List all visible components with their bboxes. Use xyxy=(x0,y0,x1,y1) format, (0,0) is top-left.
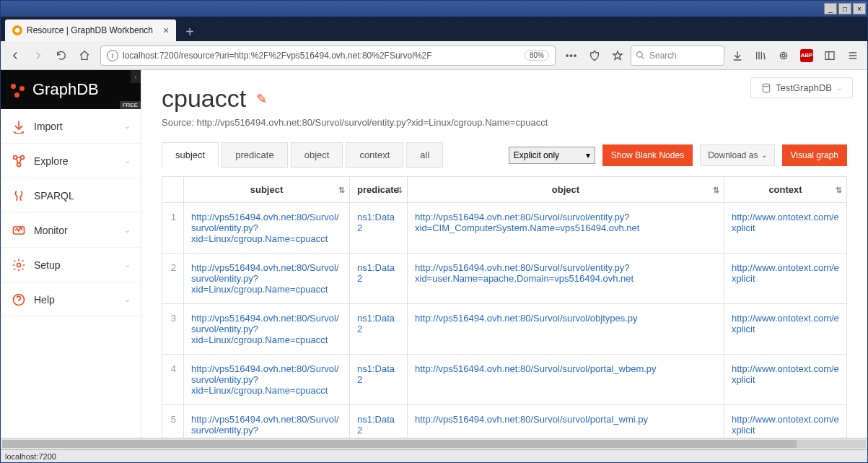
home-button[interactable] xyxy=(74,46,95,66)
tab-object[interactable]: object xyxy=(291,142,343,168)
search-bar[interactable]: Search xyxy=(631,46,724,66)
zoom-level[interactable]: 80% xyxy=(525,50,549,61)
th-index xyxy=(162,177,184,203)
tab-subject[interactable]: subject xyxy=(162,142,219,168)
cell-predicate: ns1:Data2 xyxy=(350,203,408,254)
context-link[interactable]: http://www.ontotext.com/explicit xyxy=(732,262,839,284)
forward-button[interactable] xyxy=(28,46,48,66)
site-info-icon[interactable]: i xyxy=(107,50,118,61)
help-icon xyxy=(11,292,27,308)
context-link[interactable]: http://www.ontotext.com/explicit xyxy=(732,313,839,334)
context-link[interactable]: http://www.ontotext.com/explicit xyxy=(732,363,839,385)
reload-button[interactable] xyxy=(51,46,71,66)
browser-window: _ □ × Resource | GraphDB Workbench × + i… xyxy=(0,0,868,463)
page-actions-icon[interactable]: ••• xyxy=(561,46,582,66)
cell-object: http://vps516494.ovh.net:80/Survol/survo… xyxy=(408,405,724,438)
cell-predicate: ns1:Data2 xyxy=(350,355,408,405)
horizontal-scrollbar[interactable] xyxy=(1,438,867,449)
predicate-link[interactable]: ns1:Data2 xyxy=(357,363,395,385)
chevron-down-icon: ⌄ xyxy=(761,151,767,159)
results-table: subject⇅ predicate⇅ object⇅ context⇅ 1ht… xyxy=(162,176,847,438)
new-tab-button[interactable]: + xyxy=(180,22,199,41)
download-as-button[interactable]: Download as ⌄ xyxy=(700,144,774,166)
sidebar-item-label: SPARQL xyxy=(34,190,74,202)
sort-icon: ⇅ xyxy=(396,185,403,194)
app-body: GraphDB FREE ‹ Import ⌄ Explore ⌄ SPARQL… xyxy=(1,70,867,438)
predicate-link[interactable]: ns1:Data2 xyxy=(357,212,395,233)
tab-close-icon[interactable]: × xyxy=(163,25,169,36)
th-object[interactable]: object⇅ xyxy=(408,177,724,203)
th-subject[interactable]: subject⇅ xyxy=(184,177,350,203)
downloads-icon[interactable] xyxy=(727,46,748,66)
th-context[interactable]: context⇅ xyxy=(724,177,847,203)
object-link[interactable]: http://vps516494.ovh.net:80/Survol/survo… xyxy=(415,262,634,284)
subject-link[interactable]: http://vps516494.ovh.net:80/Survol/survo… xyxy=(191,212,339,244)
cell-subject: http://vps516494.ovh.net:80/Survol/survo… xyxy=(184,405,350,438)
library-icon[interactable] xyxy=(750,46,771,66)
predicate-link[interactable]: ns1:Data2 xyxy=(357,262,395,284)
show-blank-nodes-button[interactable]: Show Blank Nodes xyxy=(602,144,693,166)
repository-selector[interactable]: TestGraphDB ⌄ xyxy=(750,77,853,98)
subject-link[interactable]: http://vps516494.ovh.net:80/Survol/survo… xyxy=(191,313,339,345)
cell-subject: http://vps516494.ovh.net:80/Survol/survo… xyxy=(184,355,350,405)
adblock-icon[interactable]: ABP xyxy=(797,46,817,66)
back-button[interactable] xyxy=(5,46,25,66)
brand-logo[interactable]: GraphDB FREE ‹ xyxy=(1,70,141,109)
row-index: 2 xyxy=(162,254,184,304)
close-window-button[interactable]: × xyxy=(853,3,866,14)
context-link[interactable]: http://www.ontotext.com/explicit xyxy=(732,212,839,233)
cell-predicate: ns1:Data2 xyxy=(350,405,408,438)
browser-tab[interactable]: Resource | GraphDB Workbench × xyxy=(5,20,176,41)
tab-all[interactable]: all xyxy=(406,142,443,168)
bookmark-star-icon[interactable] xyxy=(608,46,628,66)
sidebar-icon[interactable] xyxy=(820,46,840,66)
browser-tabstrip: Resource | GraphDB Workbench × + xyxy=(1,17,867,41)
explicit-select[interactable]: Explicit only ▾ xyxy=(509,147,595,164)
resource-name: cpuacct xyxy=(162,85,246,113)
extension-icon[interactable] xyxy=(773,46,794,66)
visual-graph-button[interactable]: Visual graph xyxy=(782,144,848,166)
free-badge: FREE xyxy=(120,101,141,109)
subject-link[interactable]: http://vps516494.ovh.net:80/Survol/survo… xyxy=(191,363,339,396)
sidebar-item-sparql[interactable]: SPARQL xyxy=(1,178,141,213)
tab-context[interactable]: context xyxy=(346,142,403,168)
sidebar-item-explore[interactable]: Explore ⌄ xyxy=(1,144,141,178)
object-link[interactable]: http://vps516494.ovh.net:80/Survol/survo… xyxy=(415,363,657,374)
table-row: 3http://vps516494.ovh.net:80/Survol/surv… xyxy=(162,304,847,355)
th-predicate[interactable]: predicate⇅ xyxy=(350,177,408,203)
collapse-sidebar-icon[interactable]: ‹ xyxy=(131,70,141,83)
svg-point-8 xyxy=(17,263,21,267)
predicate-link[interactable]: ns1:Data2 xyxy=(357,313,395,334)
source-label: Source: http://vps516494.ovh.net:80/Surv… xyxy=(141,117,867,142)
minimize-button[interactable]: _ xyxy=(824,3,837,14)
chevron-down-icon: ⌄ xyxy=(836,84,842,92)
pocket-icon[interactable] xyxy=(584,46,605,66)
url-bar[interactable]: i localhost:7200/resource?uri=http:%2F%2… xyxy=(100,46,556,66)
tab-predicate[interactable]: predicate xyxy=(222,142,287,168)
browser-toolbar: i localhost:7200/resource?uri=http:%2F%2… xyxy=(1,41,867,70)
dropdown-icon: ▾ xyxy=(586,150,590,160)
subject-link[interactable]: http://vps516494.ovh.net:80/Survol/survo… xyxy=(191,262,339,295)
logo-icon xyxy=(9,80,28,99)
object-link[interactable]: http://vps516494.ovh.net:80/Survol/survo… xyxy=(415,414,648,425)
subject-link[interactable]: http://vps516494.ovh.net:80/Survol/survo… xyxy=(191,414,339,438)
table-row: 4http://vps516494.ovh.net:80/Survol/surv… xyxy=(162,355,847,405)
sidebar-item-setup[interactable]: Setup ⌄ xyxy=(1,248,141,282)
cell-object: http://vps516494.ovh.net:80/Survol/survo… xyxy=(408,254,724,304)
edit-icon[interactable]: ✎ xyxy=(256,91,267,107)
context-link[interactable]: http://www.ontotext.com/explicit xyxy=(732,414,839,436)
sidebar-item-import[interactable]: Import ⌄ xyxy=(1,109,141,144)
sidebar-item-help[interactable]: Help ⌄ xyxy=(1,282,141,317)
maximize-button[interactable]: □ xyxy=(838,3,851,14)
predicate-link[interactable]: ns1:Data2 xyxy=(357,414,395,436)
sidebar-item-monitor[interactable]: Monitor ⌄ xyxy=(1,213,141,248)
table-row: 1http://vps516494.ovh.net:80/Survol/surv… xyxy=(162,203,847,254)
controls-row: subject predicate object context all Exp… xyxy=(141,142,867,176)
repo-name: TestGraphDB xyxy=(776,82,832,93)
menu-icon[interactable] xyxy=(843,46,863,66)
object-link[interactable]: http://vps516494.ovh.net:80/Survol/survo… xyxy=(415,212,639,233)
svg-point-0 xyxy=(637,52,643,58)
svg-point-10 xyxy=(763,84,769,87)
object-link[interactable]: http://vps516494.ovh.net:80/Survol/survo… xyxy=(415,313,638,324)
row-index: 5 xyxy=(162,405,184,438)
